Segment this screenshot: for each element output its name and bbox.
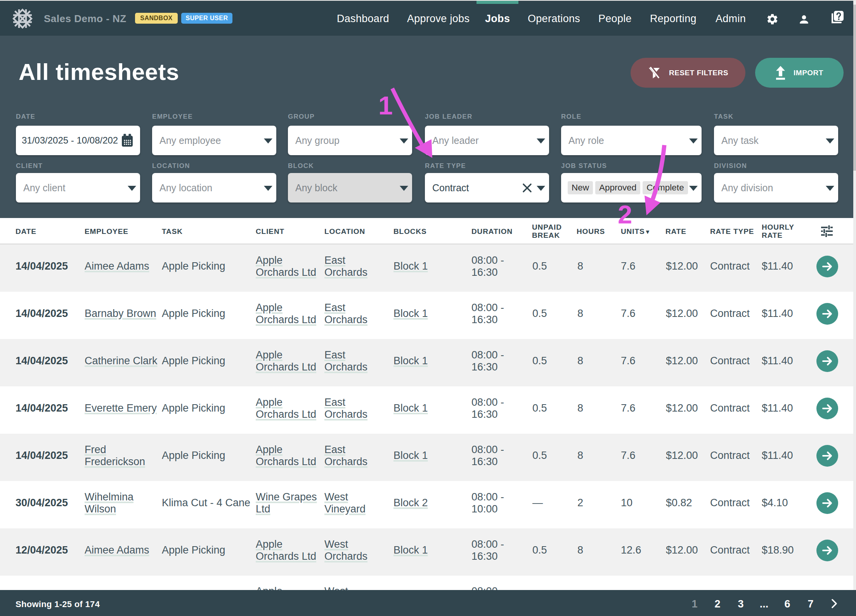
svg-text:2: 2 xyxy=(618,200,632,229)
svg-text:1: 1 xyxy=(378,91,393,120)
